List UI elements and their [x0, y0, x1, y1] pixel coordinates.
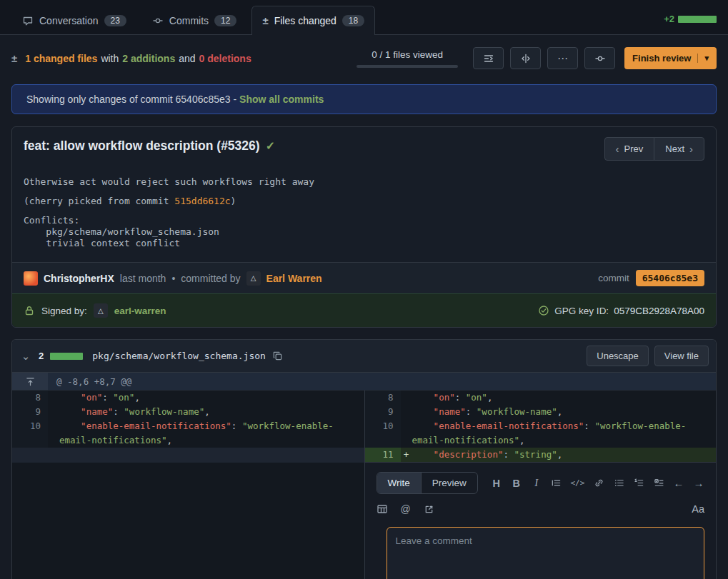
triangle-logo-icon: △: [98, 307, 104, 315]
cherry-pick-line: (cherry picked from commit 515dd6612c): [24, 196, 704, 206]
expand-up-icon: [25, 376, 36, 387]
pr-tabs: Conversation 23 Commits 12 ± Files chang…: [11, 6, 375, 34]
commit-select-button[interactable]: [584, 47, 615, 69]
line-number[interactable]: 8: [365, 391, 401, 405]
hunk-header-text: @ -8,6 +8,7 @@: [48, 373, 131, 390]
line-code: "description": "string",: [412, 448, 717, 462]
committer-avatar[interactable]: △: [246, 271, 261, 286]
line-number[interactable]: 9: [12, 405, 48, 419]
ordered-list-icon[interactable]: [633, 478, 644, 488]
reference-icon[interactable]: [424, 504, 435, 515]
commit-hash-badge[interactable]: 65406c85e3: [636, 270, 704, 286]
split-view-toggle-button[interactable]: [510, 47, 541, 69]
line-code: "enable-email-notifications": "workflow-…: [59, 419, 364, 448]
preview-tab[interactable]: Preview: [422, 473, 477, 493]
tab-commits-label: Commits: [169, 15, 209, 26]
commit-label: commit: [598, 273, 629, 283]
diff-left-filler: [12, 463, 364, 579]
files-viewed-label: 0 / 1 files viewed: [372, 49, 443, 60]
line-number[interactable]: 11: [365, 448, 401, 462]
arrow-left-icon[interactable]: ←: [673, 477, 684, 489]
file-diff-stat-bar: [50, 353, 83, 360]
line-number[interactable]: [12, 448, 48, 463]
quote-icon[interactable]: [551, 478, 562, 488]
line-number[interactable]: 10: [12, 419, 48, 448]
diff-summary-text: ± 1 changed files with 2 additions and 0…: [11, 52, 251, 64]
success-check-icon: ✓: [266, 140, 275, 152]
diff-line: 8 "on": "on",: [12, 391, 364, 405]
link-icon[interactable]: [593, 478, 604, 488]
cherry-pick-hash-link[interactable]: 515dd6612c: [174, 196, 230, 206]
commit-time: last month: [120, 273, 166, 284]
line-code: "name": "workflow-name",: [59, 405, 364, 419]
commit-hash-area: commit 65406c85e3: [598, 270, 704, 286]
diff-side-old: 8 "on": "on",9 "name": "workflow-name",1…: [12, 391, 364, 579]
line-code: "on": "on",: [59, 391, 364, 405]
gpg-key-area: GPG key ID: 0579CB2928A78A00: [538, 305, 704, 316]
bullet-separator: •: [171, 273, 175, 284]
cherry-pick-text: ): [231, 196, 236, 206]
author-avatar[interactable]: [24, 271, 38, 286]
file-actions: Unescape View file: [587, 346, 709, 366]
commits-count-badge: 12: [214, 15, 236, 26]
file-diff-header: ⌄ 2 pkg/schema/workflow_schema.json Unes…: [12, 340, 716, 373]
commit-signature-row: Signed by: △ earl-warren GPG key ID: 057…: [12, 293, 716, 327]
tab-commits[interactable]: Commits 12: [141, 6, 248, 34]
committer-link[interactable]: Earl Warren: [266, 273, 322, 284]
signed-by-label: Signed by:: [41, 306, 87, 316]
line-number[interactable]: 8: [12, 391, 48, 405]
line-marker: [401, 419, 412, 448]
split-diff: 8 "on": "on",9 "name": "workflow-name",1…: [12, 391, 716, 579]
line-marker: [48, 448, 59, 463]
next-commit-button[interactable]: Next ›: [654, 137, 704, 161]
line-number[interactable]: 10: [365, 419, 401, 448]
line-number[interactable]: 9: [365, 405, 401, 419]
write-tab[interactable]: Write: [377, 473, 422, 493]
view-file-button[interactable]: View file: [654, 346, 709, 366]
code-icon[interactable]: </>: [570, 478, 584, 488]
conversation-icon: [22, 15, 34, 26]
diff-icon: ±: [262, 14, 268, 26]
conversation-count-badge: 23: [104, 15, 126, 26]
unordered-list-icon[interactable]: [613, 478, 624, 488]
finish-review-label: Finish review: [632, 53, 691, 64]
comment-textarea[interactable]: [387, 527, 705, 579]
file-diff-box: ⌄ 2 pkg/schema/workflow_schema.json Unes…: [11, 339, 717, 579]
tab-conversation[interactable]: Conversation 23: [11, 6, 137, 34]
line-marker: [401, 405, 412, 419]
prev-label: Prev: [624, 144, 644, 154]
unescape-button[interactable]: Unescape: [587, 346, 649, 366]
more-options-button[interactable]: ⋯: [547, 47, 578, 69]
prev-commit-button[interactable]: ‹ Prev: [604, 137, 655, 161]
signer-link[interactable]: earl-warren: [114, 306, 166, 316]
text-size-toggle[interactable]: Aa: [692, 503, 704, 515]
summary-text: with: [101, 53, 119, 64]
files-changed-count-badge: 18: [342, 15, 364, 26]
author-link[interactable]: ChristopherHX: [44, 273, 114, 284]
commit-header: feat: allow workflow description (#5326)…: [12, 127, 716, 161]
arrow-right-icon[interactable]: →: [693, 477, 704, 489]
collapse-file-icon[interactable]: ⌄: [19, 350, 32, 363]
italic-icon[interactable]: I: [531, 477, 542, 489]
file-change-count: 2: [39, 351, 44, 361]
mention-icon[interactable]: @: [400, 503, 412, 515]
markdown-toolbar: H B I </>: [491, 477, 704, 489]
task-list-icon[interactable]: [653, 478, 664, 488]
signer-avatar[interactable]: △: [94, 303, 108, 318]
table-icon[interactable]: [377, 503, 388, 515]
heading-icon[interactable]: H: [491, 478, 502, 489]
diff-summary-row: ± 1 changed files with 2 additions and 0…: [11, 47, 717, 69]
bold-icon[interactable]: B: [511, 478, 522, 489]
line-marker: [48, 405, 59, 419]
whitespace-options-button[interactable]: [473, 47, 504, 69]
ellipsis-icon: ⋯: [557, 52, 568, 65]
copy-path-icon[interactable]: [272, 351, 283, 361]
line-code: "on": "on",: [412, 391, 717, 405]
pr-tab-bar: Conversation 23 Commits 12 ± Files chang…: [0, 0, 728, 35]
tab-files-changed[interactable]: ± Files changed 18: [251, 6, 375, 35]
diff-actions: 0 / 1 files viewed ⋯ Finish review ▾: [356, 47, 717, 69]
diff-stat-bar: [678, 16, 717, 23]
finish-review-button[interactable]: Finish review ▾: [624, 47, 717, 69]
expand-hunk-button[interactable]: [12, 373, 48, 390]
show-all-commits-link[interactable]: Show all commits: [239, 94, 324, 105]
